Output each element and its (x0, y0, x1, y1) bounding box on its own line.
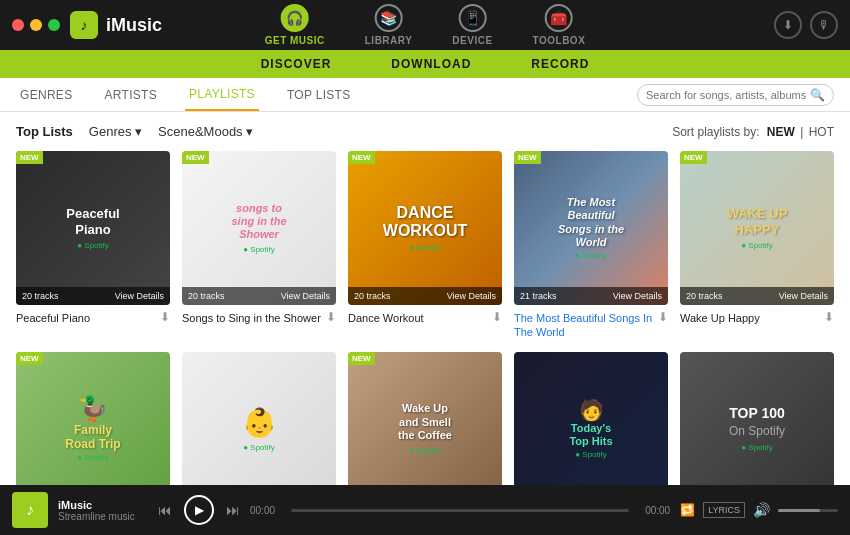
card-image-coffee: Wake Upand Smellthe Coffee ● Spotify New… (348, 352, 502, 485)
app-name: iMusic (106, 15, 162, 36)
card-image-family: 🦆 FamilyRoad Trip ● Spotify New 20 track… (16, 352, 170, 485)
download-icon[interactable]: ⬇ (160, 310, 170, 326)
toolbox-icon: 🧰 (545, 4, 573, 32)
download-icon[interactable]: ⬇ (326, 310, 336, 326)
player-bar: ♪ iMusic Streamline music ⏮ ▶ ⏭ 00:00 00… (0, 485, 850, 535)
playlist-card-shower[interactable]: songs tosing in theShower ● Spotify New … (182, 151, 336, 340)
filter-genres[interactable]: Genres ▾ (89, 124, 142, 139)
mic-icon[interactable]: 🎙 (810, 11, 838, 39)
tab-top-lists[interactable]: TOP LISTS (283, 78, 355, 111)
new-badge: New (348, 352, 375, 365)
card-image-top-hits: 🧑 Today'sTop Hits ● Spotify 20 tracks Vi… (514, 352, 668, 485)
card-overlay: 20 tracks View Details (182, 287, 336, 305)
download-icon[interactable]: ⬇ (774, 11, 802, 39)
playlist-card-top-hits[interactable]: 🧑 Today'sTop Hits ● Spotify 20 tracks Vi… (514, 352, 668, 485)
close-button[interactable] (12, 19, 24, 31)
card-view-details[interactable]: View Details (115, 291, 164, 301)
lyrics-button[interactable]: LYRICS (703, 502, 745, 518)
sub-nav-record[interactable]: RECORD (531, 57, 589, 71)
playlist-grid: PeacefulPiano ● Spotify New 20 tracks Vi… (16, 151, 834, 485)
playlist-card-family[interactable]: 🦆 FamilyRoad Trip ● Spotify New 20 track… (16, 352, 170, 485)
new-badge: New (16, 151, 43, 164)
library-icon: 📚 (375, 4, 403, 32)
card-title: Wake Up Happy ⬇ (680, 311, 834, 326)
card-view-details[interactable]: View Details (281, 291, 330, 301)
card-title: Dance Workout ⬇ (348, 311, 502, 326)
new-badge: New (16, 352, 43, 365)
player-thumbnail: ♪ (12, 492, 48, 528)
headphone-icon: 🎧 (281, 4, 309, 32)
tab-playlists[interactable]: PLAYLISTS (185, 78, 259, 111)
app-logo-icon: ♪ (70, 11, 98, 39)
sort-hot[interactable]: HOT (809, 125, 834, 139)
download-icon[interactable]: ⬇ (492, 310, 502, 326)
tabs-row: GENRES ARTISTS PLAYLISTS TOP LISTS 🔍 (0, 78, 850, 112)
sort-new[interactable]: NEW (767, 125, 795, 139)
filter-row: Top Lists Genres ▾ Scene&Moods ▾ Sort pl… (16, 124, 834, 139)
window-controls (12, 19, 60, 31)
card-tracks: 20 tracks (22, 291, 59, 301)
card-tracks: 20 tracks (686, 291, 723, 301)
playlist-card-beautiful[interactable]: The MostBeautifulSongs in theWorld ● Spo… (514, 151, 668, 340)
card-title-text: The Most Beautiful Songs In The World (514, 311, 658, 340)
nav-library[interactable]: 📚 LIBRARY (345, 0, 433, 52)
search-box[interactable]: 🔍 (637, 84, 834, 106)
playlist-card-top100[interactable]: TOP 100On Spotify ● Spotify 100 tracks V… (680, 352, 834, 485)
sub-nav-download[interactable]: DOWNLOAD (391, 57, 471, 71)
new-badge: New (182, 151, 209, 164)
total-time: 00:00 (645, 505, 670, 516)
search-icon[interactable]: 🔍 (810, 88, 825, 102)
playlist-card-happy[interactable]: WAKE UPHAPPY ● Spotify New 20 tracks Vie… (680, 151, 834, 340)
device-icon: 📱 (458, 4, 486, 32)
play-button[interactable]: ▶ (184, 495, 214, 525)
nav-toolbox[interactable]: 🧰 TOOLBOX (513, 0, 606, 52)
card-title-text: Songs to Sing in the Shower (182, 311, 326, 325)
download-icon[interactable]: ⬇ (658, 310, 668, 326)
sort-label: Sort playlists by: NEW | HOT (672, 125, 834, 139)
prev-button[interactable]: ⏮ (158, 502, 172, 518)
card-image-baby: 👶 ● Spotify 20 tracks View Details (182, 352, 336, 485)
filter-scene-moods[interactable]: Scene&Moods ▾ (158, 124, 253, 139)
card-title-text: Dance Workout (348, 311, 492, 325)
app-logo: ♪ iMusic (70, 11, 162, 39)
playlist-card-coffee[interactable]: Wake Upand Smellthe Coffee ● Spotify New… (348, 352, 502, 485)
card-overlay: 20 tracks View Details (348, 287, 502, 305)
tab-artists[interactable]: ARTISTS (100, 78, 161, 111)
card-title: Songs to Sing in the Shower ⬇ (182, 311, 336, 326)
card-overlay: 20 tracks View Details (16, 287, 170, 305)
volume-bar[interactable] (778, 509, 838, 512)
card-view-details[interactable]: View Details (613, 291, 662, 301)
minimize-button[interactable] (30, 19, 42, 31)
nav-device[interactable]: 📱 DEVICE (432, 0, 512, 52)
sub-nav-discover[interactable]: DISCOVER (261, 57, 332, 71)
card-title-text: Peaceful Piano (16, 311, 160, 325)
card-view-details[interactable]: View Details (447, 291, 496, 301)
card-overlay: 20 tracks View Details (680, 287, 834, 305)
main-nav: 🎧 GET MUSIC 📚 LIBRARY 📱 DEVICE 🧰 TOOLBOX (245, 0, 606, 52)
player-song-title: iMusic (58, 499, 138, 511)
card-title-text: Wake Up Happy (680, 311, 824, 325)
filter-top-lists[interactable]: Top Lists (16, 124, 73, 139)
card-tracks: 20 tracks (188, 291, 225, 301)
playlist-card-peaceful-piano[interactable]: PeacefulPiano ● Spotify New 20 tracks Vi… (16, 151, 170, 340)
repeat-button[interactable]: 🔁 (680, 503, 695, 517)
player-artist: Streamline music (58, 511, 138, 522)
volume-icon: 🔊 (753, 502, 770, 518)
maximize-button[interactable] (48, 19, 60, 31)
card-title: The Most Beautiful Songs In The World ⬇ (514, 311, 668, 340)
next-button[interactable]: ⏭ (226, 502, 240, 518)
player-right: 🔁 LYRICS 🔊 (680, 502, 838, 518)
download-icon[interactable]: ⬇ (824, 310, 834, 326)
progress-bar[interactable] (291, 509, 629, 512)
tab-genres[interactable]: GENRES (16, 78, 76, 111)
current-time: 00:00 (250, 505, 275, 516)
card-image-shower: songs tosing in theShower ● Spotify New … (182, 151, 336, 305)
new-badge: New (680, 151, 707, 164)
card-image-happy: WAKE UPHAPPY ● Spotify New 20 tracks Vie… (680, 151, 834, 305)
nav-get-music[interactable]: 🎧 GET MUSIC (245, 0, 345, 52)
card-tracks: 21 tracks (520, 291, 557, 301)
playlist-card-baby[interactable]: 👶 ● Spotify 20 tracks View Details Baby … (182, 352, 336, 485)
playlist-card-dance[interactable]: DANCEWORKOUT ● Spotify New 20 tracks Vie… (348, 151, 502, 340)
search-input[interactable] (646, 89, 806, 101)
card-view-details[interactable]: View Details (779, 291, 828, 301)
